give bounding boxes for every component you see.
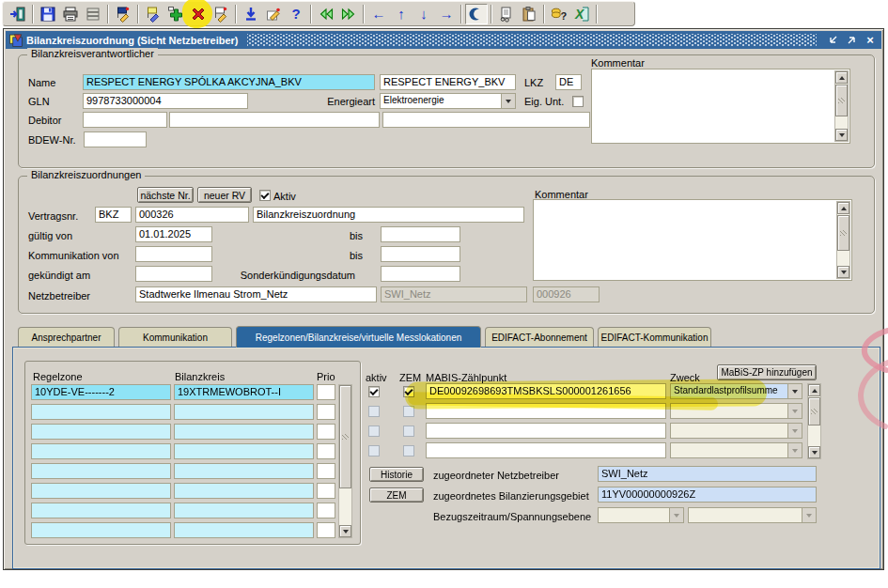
bilanzkreis-cell[interactable] <box>174 522 314 538</box>
scroll-up-icon[interactable] <box>808 384 820 396</box>
tab-regelzonen[interactable]: Regelzonen/Bilanzkreise/virtuelle Messlo… <box>236 326 481 348</box>
dropdown-arrow-icon[interactable] <box>787 443 802 457</box>
mabis-zem-checkbox[interactable] <box>403 426 414 437</box>
currency-info-icon[interactable]: ? <box>548 4 570 24</box>
list-icon[interactable] <box>82 4 104 24</box>
mabis-zweck-dropdown[interactable] <box>670 442 802 458</box>
save-icon[interactable] <box>37 4 59 24</box>
bilanzkreis-cell[interactable] <box>174 424 314 440</box>
mabis-aktiv-checkbox[interactable] <box>368 445 380 456</box>
mabis-zem-checkbox[interactable] <box>403 406 414 417</box>
bkz-kommentar-scrollbar[interactable] <box>836 201 850 279</box>
regelzone-cell[interactable] <box>31 522 171 538</box>
prio-cell[interactable] <box>317 384 335 400</box>
mabis-zweck-dropdown[interactable] <box>670 403 802 419</box>
navigate-right-icon[interactable]: → <box>435 4 458 24</box>
bilanzkreis-cell[interactable] <box>174 443 314 459</box>
historie-button[interactable]: Historie <box>369 467 424 482</box>
scroll-thumb[interactable] <box>835 85 848 116</box>
netzbetreiber-name-field[interactable]: Stadtwerke Ilmenau Strom_Netz <box>135 286 377 302</box>
zem-button[interactable]: ZEM <box>369 487 424 503</box>
prio-cell[interactable] <box>317 424 335 440</box>
bilanzkreis-cell[interactable] <box>174 463 314 479</box>
scroll-up-icon[interactable] <box>837 202 849 214</box>
dropdown-arrow-icon[interactable] <box>787 424 802 438</box>
previous-block-icon[interactable] <box>315 4 337 24</box>
debitor-field-2[interactable] <box>169 112 380 128</box>
bkv-name-field[interactable]: RESPECT ENERGY SPÓLKA AKCYJNA_BKV <box>83 74 375 90</box>
eig-unt-checkbox[interactable] <box>572 96 584 107</box>
gueltig-von-field[interactable]: 01.01.2025 <box>135 226 212 242</box>
dropdown-arrow-icon[interactable] <box>787 404 802 418</box>
mabis-zp-hinzufuegen-button[interactable]: MaBiS-ZP hinzufügen <box>717 364 817 380</box>
mabis-aktiv-checkbox[interactable] <box>368 426 380 437</box>
tab-ansprechpartner[interactable]: Ansprechpartner <box>18 327 115 347</box>
navigate-down-icon[interactable]: ↓ <box>413 4 435 24</box>
bezugszeitraum-dropdown[interactable] <box>598 507 684 523</box>
regelzonen-scrollbar[interactable] <box>338 384 352 538</box>
insert-record-icon[interactable] <box>164 4 187 24</box>
gueltig-bis-field[interactable] <box>381 226 460 242</box>
paste-record-icon[interactable] <box>518 4 540 24</box>
bilanzkreis-cell[interactable] <box>174 503 314 518</box>
kommunikation-von-field[interactable] <box>135 246 212 262</box>
mabis-scrollbar[interactable] <box>807 383 821 459</box>
mabis-zem-checkbox[interactable] <box>403 386 414 397</box>
mabis-aktiv-checkbox[interactable] <box>368 386 380 397</box>
mabis-zaehlpunkt-field[interactable] <box>426 403 666 419</box>
edit-icon[interactable] <box>262 4 285 24</box>
tab-edifact-kommunikation[interactable]: EDIFACT-Kommunikation <box>598 327 711 347</box>
execute-query-icon[interactable] <box>210 4 232 24</box>
restore-button[interactable] <box>844 34 859 47</box>
copy-record-icon[interactable] <box>495 4 518 24</box>
sonderkuendigung-field[interactable] <box>381 266 460 282</box>
zugeordneter-netzbetreiber-field[interactable]: SWI_Netz <box>598 466 817 482</box>
dropdown-arrow-icon[interactable] <box>669 508 683 522</box>
bkv-kommentar-textarea[interactable] <box>591 69 850 144</box>
tab-kommunikation[interactable]: Kommunikation <box>118 327 232 347</box>
bilanzkreis-cell[interactable] <box>174 483 314 499</box>
regelzone-cell[interactable] <box>31 463 171 479</box>
mabis-zaehlpunkt-field[interactable] <box>426 442 666 458</box>
gln-field[interactable]: 9978733000004 <box>83 93 248 109</box>
regelzone-cell[interactable]: 10YDE-VE-------2 <box>31 384 171 400</box>
enter-query-icon[interactable] <box>142 4 164 24</box>
neuer-rv-button[interactable]: neuer RV <box>197 187 252 203</box>
vertrag-nr-field[interactable]: 000326 <box>135 207 249 223</box>
prio-cell[interactable] <box>317 522 335 538</box>
bilanzierungsgebiet-field[interactable]: 11YV00000000926Z <box>598 487 817 503</box>
prio-cell[interactable] <box>317 404 335 420</box>
mabis-zaehlpunkt-field[interactable] <box>426 423 666 439</box>
scroll-down-icon[interactable] <box>808 446 820 458</box>
regelzone-cell[interactable] <box>31 424 171 440</box>
mabis-zem-checkbox[interactable] <box>403 445 414 456</box>
scroll-down-icon[interactable] <box>339 525 351 537</box>
regelzone-cell[interactable] <box>31 443 171 459</box>
mabis-zaehlpunkt-field[interactable]: DE00092698693TMSBKSLS000001261656 <box>426 383 666 399</box>
regelzone-cell[interactable] <box>31 483 171 499</box>
gekuendigt-am-field[interactable] <box>135 266 212 282</box>
prio-cell[interactable] <box>317 463 335 479</box>
bilanzkreis-cell[interactable]: 19XTRMEWOBROT--I <box>174 384 314 400</box>
regelzone-cell[interactable] <box>31 404 171 420</box>
lkz-field[interactable]: DE <box>555 74 582 90</box>
scroll-thumb[interactable] <box>339 385 351 488</box>
minimize-button[interactable] <box>825 34 840 47</box>
find-record-icon[interactable] <box>112 4 134 24</box>
exit-icon[interactable] <box>7 4 29 24</box>
help-icon[interactable]: ? <box>285 4 307 24</box>
mabis-aktiv-checkbox[interactable] <box>368 406 380 417</box>
mabis-zweck-dropdown[interactable] <box>670 423 802 439</box>
scroll-thumb[interactable] <box>837 215 849 251</box>
dropdown-arrow-icon[interactable] <box>787 384 802 398</box>
scroll-up-icon[interactable] <box>835 71 848 84</box>
tab-edifact-abonnement[interactable]: EDIFACT-Abonnement <box>485 327 594 347</box>
prio-cell[interactable] <box>317 483 335 499</box>
bkv-name-short-field[interactable]: RESPECT ENERGY_BKV <box>380 74 516 90</box>
bkz-kommentar-textarea[interactable] <box>533 199 852 281</box>
bkv-kommentar-scrollbar[interactable] <box>834 70 849 142</box>
bilanzkreis-cell[interactable] <box>174 404 314 420</box>
vertrag-text-field[interactable]: Bilanzkreiszuordnung <box>253 207 524 223</box>
spannungsebene-dropdown[interactable] <box>688 507 817 523</box>
kommunikation-bis-field[interactable] <box>381 246 460 262</box>
